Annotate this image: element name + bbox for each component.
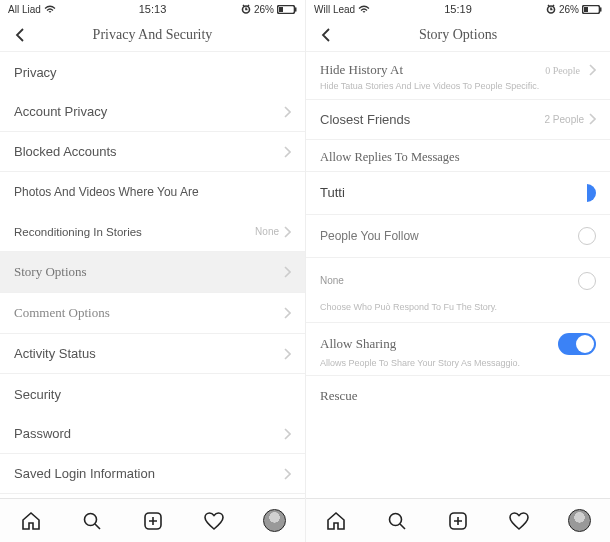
row-label: Saved Login Information [14, 466, 283, 481]
row-saved-login[interactable]: Saved Login Information [0, 454, 305, 494]
radio-unselected-icon [578, 227, 596, 245]
row-label: Privacy [14, 65, 291, 80]
row-photos-videos[interactable]: Photos And Videos Where You Are [0, 172, 305, 212]
row-label: Story Options [14, 264, 283, 280]
phone-left: All Liad 15:13 26% Privacy And Security … [0, 0, 305, 542]
plus-square-icon [447, 510, 469, 532]
section-replies-header: Allow Replies To Messages [306, 140, 610, 172]
heart-icon [203, 510, 225, 532]
status-time: 15:13 [0, 3, 305, 15]
search-icon [386, 510, 408, 532]
settings-list: Privacy Account Privacy Blocked Accounts… [0, 52, 305, 498]
svg-point-4 [84, 513, 96, 525]
tab-add[interactable] [445, 508, 471, 534]
tab-bar [0, 498, 305, 542]
header: Story Options [306, 18, 610, 52]
replies-note: Choose Who Può Respond To Fu The Story. [306, 298, 610, 323]
status-bar: All Liad 15:13 26% [0, 0, 305, 18]
row-activity-status[interactable]: Activity Status [0, 334, 305, 374]
tab-profile[interactable] [262, 508, 288, 534]
row-label: People You Follow [320, 229, 578, 243]
row-accessory: 0 People [545, 65, 580, 76]
row-accessory: 2 People [545, 114, 584, 125]
tab-search[interactable] [79, 508, 105, 534]
row-subtitle: Allows People To Share Your Story As Mes… [320, 358, 596, 370]
chevron-right-icon [283, 106, 291, 118]
tab-add[interactable] [140, 508, 166, 534]
row-label: Blocked Accounts [14, 144, 283, 159]
reply-option-follow[interactable]: People You Follow [306, 215, 610, 258]
row-comment-options[interactable]: Comment Options [0, 293, 305, 334]
heart-icon [508, 510, 530, 532]
row-label: Reconditioning In Stories [14, 226, 255, 238]
reply-option-tutti[interactable]: Tutti [306, 172, 610, 215]
row-privacy[interactable]: Privacy [0, 52, 305, 92]
radio-unselected-icon [578, 272, 596, 290]
row-label: Allow Sharing [320, 336, 396, 352]
home-icon [20, 510, 42, 532]
row-allow-sharing[interactable]: Allow Sharing Allows People To Share You… [306, 323, 610, 377]
chevron-right-icon [283, 468, 291, 480]
page-title: Story Options [306, 27, 610, 43]
tab-activity[interactable] [201, 508, 227, 534]
row-reconditioning[interactable]: Reconditioning In StoriesNone [0, 212, 305, 252]
svg-point-10 [390, 513, 402, 525]
tab-home[interactable] [18, 508, 44, 534]
phone-right: Will Lead 15:19 26% Story Options Hide H… [305, 0, 610, 542]
tab-bar [306, 498, 610, 542]
chevron-right-icon [283, 146, 291, 158]
chevron-right-icon [283, 348, 291, 360]
row-account-privacy[interactable]: Account Privacy [0, 92, 305, 132]
status-time: 15:19 [306, 3, 610, 15]
page-title: Privacy And Security [0, 27, 305, 43]
tab-home[interactable] [323, 508, 349, 534]
tab-profile[interactable] [567, 508, 593, 534]
row-password[interactable]: Password [0, 414, 305, 454]
row-story-options[interactable]: Story Options [0, 252, 305, 293]
story-options-list: Hide History At 0 People Hide Tatua Stor… [306, 52, 610, 498]
row-label: Photos And Videos Where You Are [14, 185, 291, 199]
row-label: Hide History At [320, 62, 403, 78]
row-label: Closest Friends [320, 112, 545, 127]
row-label: Rescue [320, 388, 596, 404]
tab-activity[interactable] [506, 508, 532, 534]
chevron-right-icon [588, 64, 596, 76]
radio-selected-icon [587, 184, 596, 202]
avatar-icon [263, 509, 286, 532]
row-label: Password [14, 426, 283, 441]
chevron-right-icon [283, 428, 291, 440]
row-subtitle: Hide Tatua Stories And Live Videos To Pe… [320, 81, 596, 93]
home-icon [325, 510, 347, 532]
chevron-right-icon [283, 226, 291, 238]
row-hide-history[interactable]: Hide History At 0 People Hide Tatua Stor… [306, 52, 610, 100]
reply-option-none[interactable]: None [306, 258, 610, 298]
plus-square-icon [142, 510, 164, 532]
chevron-right-icon [588, 113, 596, 125]
row-label: Comment Options [14, 305, 283, 321]
row-security[interactable]: Security [0, 374, 305, 414]
tab-search[interactable] [384, 508, 410, 534]
chevron-right-icon [283, 307, 291, 319]
row-accessory: None [255, 226, 279, 237]
row-label: Account Privacy [14, 104, 283, 119]
status-bar: Will Lead 15:19 26% [306, 0, 610, 18]
row-label: Security [14, 387, 291, 402]
row-two-factor[interactable]: Two-factor Authentication [0, 494, 305, 498]
search-icon [81, 510, 103, 532]
row-label: Activity Status [14, 346, 283, 361]
toggle-on-icon[interactable] [558, 333, 596, 355]
header: Privacy And Security [0, 18, 305, 52]
row-label: Tutti [320, 185, 587, 200]
row-label: None [320, 275, 578, 286]
row-blocked-accounts[interactable]: Blocked Accounts [0, 132, 305, 172]
row-closest-friends[interactable]: Closest Friends 2 People [306, 100, 610, 140]
avatar-icon [568, 509, 591, 532]
chevron-right-icon [283, 266, 291, 278]
row-rescue[interactable]: Rescue [306, 376, 610, 416]
